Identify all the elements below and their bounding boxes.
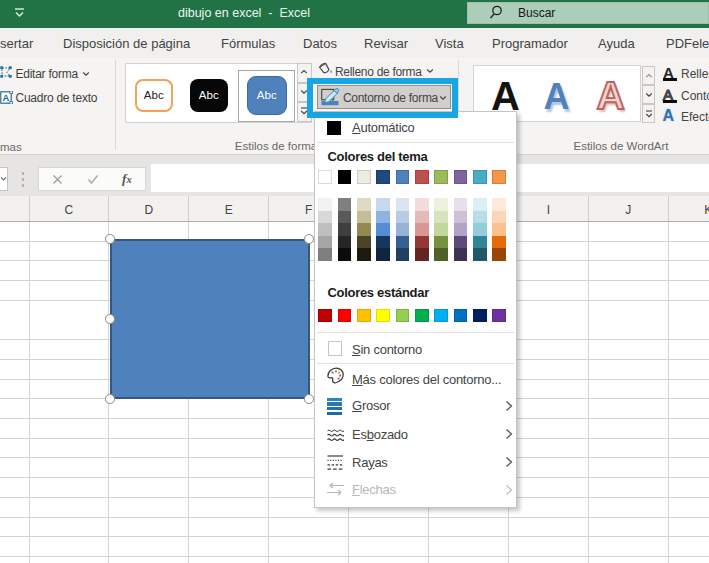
svg-text:A: A bbox=[3, 92, 10, 103]
